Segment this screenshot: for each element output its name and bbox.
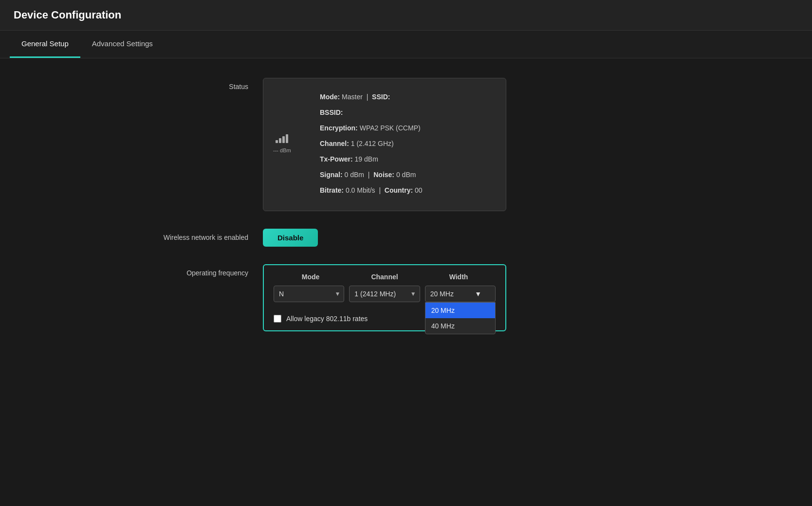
width-selected-value: 20 MHz [430, 290, 454, 298]
page-header: Device Configuration [0, 0, 812, 31]
disable-button[interactable]: Disable [263, 229, 318, 247]
bitrate-value: 0.0 Mbit/s [346, 186, 375, 194]
width-arrow-icon: ▼ [475, 290, 481, 298]
width-header: Width [422, 273, 496, 281]
noise-key: Noise: [373, 171, 394, 179]
status-box: --- dBm Mode: Master | SSID: BSSID: Encr… [263, 78, 506, 211]
signal-key: Signal: [320, 171, 343, 179]
channel-select[interactable]: 1 (2412 MHz) 2 (2417 MHz) 3 (2422 MHz) 6… [349, 286, 420, 302]
encryption-key: Encryption: [320, 124, 358, 132]
country-key: Country: [385, 186, 413, 194]
width-dropdown-container: 20 MHz ▼ 20 MHz 40 MHz [425, 286, 496, 302]
mode-select-wrapper: N Legacy AC ▼ [274, 286, 344, 302]
tab-general-setup[interactable]: General Setup [10, 31, 80, 58]
dbm-label: --- dBm [273, 145, 291, 156]
status-mode-row: Mode: Master | SSID: [320, 90, 488, 104]
ssid-key: SSID: [372, 93, 390, 101]
freq-headers: Mode Channel Width [274, 273, 496, 281]
operating-frequency-row: Operating frequency Mode Channel Width N… [29, 264, 783, 331]
wireless-row: Wireless network is enabled Disable [29, 229, 783, 247]
txpower-value: 19 dBm [355, 155, 378, 163]
channel-select-wrapper: 1 (2412 MHz) 2 (2417 MHz) 3 (2422 MHz) 6… [349, 286, 420, 302]
channel-value: 1 (2.412 GHz) [351, 140, 394, 147]
noise-value: 0 dBm [396, 171, 416, 179]
mode-header: Mode [274, 273, 348, 281]
width-dropdown-list: 20 MHz 40 MHz [425, 302, 496, 334]
signal-icon: --- dBm [273, 133, 291, 156]
mode-select[interactable]: N Legacy AC [274, 286, 344, 302]
signal-value: 0 dBm [345, 171, 364, 179]
operating-frequency-label: Operating frequency [29, 264, 263, 277]
status-encryption-row: Encryption: WPA2 PSK (CCMP) [320, 121, 488, 135]
status-signal-row: Signal: 0 dBm | Noise: 0 dBm [320, 168, 488, 181]
status-bitrate-row: Bitrate: 0.0 Mbit/s | Country: 00 [320, 183, 488, 197]
status-txpower-row: Tx-Power: 19 dBm [320, 152, 488, 166]
txpower-key: Tx-Power: [320, 155, 353, 163]
main-content: Status --- dBm Mode: Master | SSID: [0, 58, 812, 368]
frequency-box: Mode Channel Width N Legacy AC ▼ [263, 264, 506, 331]
page-title: Device Configuration [14, 9, 121, 21]
tab-advanced-settings[interactable]: Advanced Settings [80, 31, 165, 58]
width-option-20mhz[interactable]: 20 MHz [425, 303, 495, 318]
legacy-checkbox[interactable] [274, 315, 281, 323]
country-value: 00 [415, 186, 423, 194]
mode-key: Mode: [320, 93, 340, 101]
signal-bars [276, 133, 288, 143]
wireless-label: Wireless network is enabled [29, 229, 263, 241]
signal-bar-2 [279, 138, 281, 143]
tabs-bar: General Setup Advanced Settings [0, 31, 812, 58]
encryption-value: WPA2 PSK (CCMP) [360, 124, 421, 132]
channel-key: Channel: [320, 140, 349, 147]
signal-bar-3 [282, 136, 285, 143]
bitrate-key: Bitrate: [320, 186, 344, 194]
freq-selects: N Legacy AC ▼ 1 (2412 MHz) 2 (2417 MHz) … [274, 286, 496, 302]
signal-bar-4 [286, 134, 288, 143]
status-label: Status [29, 78, 263, 90]
mode-value: Master [342, 93, 363, 101]
status-row: Status --- dBm Mode: Master | SSID: [29, 78, 783, 211]
width-option-40mhz[interactable]: 40 MHz [425, 318, 495, 334]
status-bssid-row: BSSID: [320, 106, 488, 119]
bssid-key: BSSID: [320, 108, 343, 116]
channel-header: Channel [348, 273, 422, 281]
width-select-display[interactable]: 20 MHz ▼ [425, 286, 496, 302]
disable-button-container: Disable [263, 229, 318, 247]
signal-bar-1 [276, 140, 278, 143]
legacy-label: Allow legacy 802.11b rates [286, 315, 368, 323]
status-channel-row: Channel: 1 (2.412 GHz) [320, 137, 488, 150]
